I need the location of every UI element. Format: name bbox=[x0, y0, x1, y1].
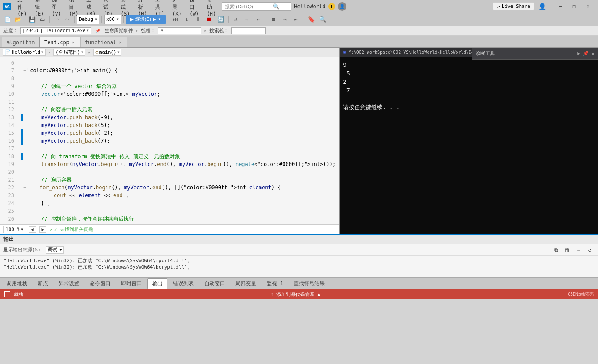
code-line-23[interactable]: cout << element << endl; bbox=[21, 192, 336, 199]
bottom-tab-调用堆栈[interactable]: 调用堆栈 bbox=[2, 278, 32, 289]
platform-dropdown[interactable]: x86 ▼ bbox=[104, 15, 121, 24]
format-btn[interactable]: ≡ bbox=[268, 15, 279, 24]
live-share-button[interactable]: ↗ Live Share bbox=[493, 2, 534, 10]
thread-dropdown[interactable]: ▼ bbox=[158, 27, 201, 34]
editor-header: 📄 HelloWorld ▼ ▸ (全局范围) ▼ ▸ ⊕ main() ▼ bbox=[0, 48, 339, 57]
output-wrap-btn[interactable]: ⏎ bbox=[574, 245, 583, 255]
code-line-14[interactable]: myVector.push_back(5); bbox=[21, 121, 336, 129]
tab-close-testcpp[interactable]: ✕ bbox=[71, 40, 75, 45]
output-copy-btn[interactable]: ⧉ bbox=[551, 245, 561, 255]
code-line-15[interactable]: myVector.push_back(-2); bbox=[21, 129, 336, 137]
code-line-22[interactable]: − for_each(myVector.begin(), myVector.en… bbox=[21, 184, 336, 192]
search-input[interactable] bbox=[225, 4, 273, 9]
status-right[interactable]: ↑ 添加到源代码管理 ▲ bbox=[271, 291, 320, 298]
code-line-11[interactable] bbox=[21, 98, 336, 106]
code-line-7[interactable]: −"color:#0000ff;">int main() { bbox=[21, 67, 336, 75]
bottom-tab-监视-1[interactable]: 监视 1 bbox=[262, 278, 288, 289]
save-btn[interactable]: 💾 bbox=[27, 15, 37, 24]
pause-btn[interactable]: ⏸ bbox=[193, 15, 203, 24]
find-btn[interactable]: 🔍 bbox=[317, 15, 328, 24]
close-button[interactable]: ✕ bbox=[582, 2, 595, 11]
bottom-tab-输出[interactable]: 输出 bbox=[147, 278, 167, 289]
profile-icon[interactable]: 👤 bbox=[537, 3, 548, 10]
bottom-tab-错误列表[interactable]: 错误列表 bbox=[168, 278, 199, 289]
console-output[interactable]: 9-52-7 请按任意键继续. . . bbox=[340, 57, 598, 234]
scroll-left-btn[interactable]: ◀ bbox=[29, 226, 36, 233]
platform-label: x86 bbox=[106, 16, 115, 22]
close-diag-icon[interactable]: ✕ bbox=[591, 51, 595, 57]
pin-icon[interactable]: 📌 bbox=[583, 51, 589, 56]
process-dropdown[interactable]: [20428] HelloWorld.exe ▼ bbox=[20, 27, 91, 34]
bottom-tab-查找符号结果[interactable]: 查找符号结果 bbox=[289, 278, 330, 289]
code-editor[interactable]: 6789101112131415161718192021222324252627… bbox=[0, 57, 339, 224]
code-line-9[interactable]: // 创建一个 vector 集合容器 bbox=[21, 82, 336, 90]
code-content[interactable]: −"color:#0000ff;">int main() { // 创建一个 v… bbox=[17, 57, 339, 224]
stop-btn[interactable]: ⏹ bbox=[204, 15, 215, 24]
tab-testcpp[interactable]: Test.cpp✕ bbox=[39, 37, 80, 47]
line-number-9: 9 bbox=[2, 82, 14, 90]
code-line-18[interactable]: // 向 transform 变换算法中 传入 预定义一元函数对象 bbox=[21, 153, 336, 160]
undo-btn[interactable]: ↩ bbox=[52, 15, 62, 24]
console-line: 2 bbox=[343, 78, 595, 86]
function-dropdown[interactable]: ⊕ main() ▼ bbox=[93, 49, 121, 56]
scroll-right-btn[interactable]: ▶ bbox=[39, 226, 47, 233]
file-dropdown[interactable]: 📄 HelloWorld ▼ bbox=[3, 49, 46, 56]
zoom-dropdown[interactable]: 100 % ▼ bbox=[3, 226, 25, 233]
outdent-btn[interactable]: ⇤ bbox=[291, 15, 301, 24]
bottom-tab-自动窗口[interactable]: 自动窗口 bbox=[199, 278, 230, 289]
code-line-26[interactable]: // 控制台暂停，按任意键继续向后执行 bbox=[21, 215, 336, 223]
bottom-tab-命令窗口[interactable]: 命令窗口 bbox=[85, 278, 115, 289]
debug-config-dropdown[interactable]: Debug ▼ bbox=[77, 15, 99, 24]
debug-step-over-btn[interactable]: ⏭ bbox=[170, 15, 181, 24]
code-line-25[interactable] bbox=[21, 207, 336, 215]
code-line-6[interactable] bbox=[21, 59, 336, 67]
code-line-10[interactable]: vector<"color:#0000ff;">int> myVector; bbox=[21, 90, 336, 98]
bottom-tab-即时窗口[interactable]: 即时窗口 bbox=[116, 278, 147, 289]
code-line-19[interactable]: transform(myVector.begin(), myVector.end… bbox=[21, 160, 336, 168]
bookmark-indicator bbox=[21, 153, 23, 160]
new-project-btn[interactable]: 📄 bbox=[3, 15, 12, 24]
diag-close-icon[interactable]: ▶ bbox=[577, 51, 580, 56]
code-line-20[interactable] bbox=[21, 168, 336, 176]
output-source-dropdown[interactable]: 调试 ▼ bbox=[46, 246, 64, 254]
minimize-button[interactable]: ─ bbox=[554, 2, 567, 11]
code-text-26: // 控制台暂停，按任意键继续向后执行 bbox=[29, 215, 134, 223]
redo-btn[interactable]: ↪ bbox=[62, 15, 72, 24]
bottom-tab-异常设置[interactable]: 异常设置 bbox=[54, 278, 84, 289]
bottom-tab-局部变量[interactable]: 局部变量 bbox=[231, 278, 261, 289]
code-line-21[interactable]: // 遍历容器 bbox=[21, 176, 336, 184]
no-bookmark bbox=[21, 160, 23, 168]
output-refresh-btn[interactable]: ↺ bbox=[585, 245, 595, 255]
status-ok: ✓ ✓ 未找到相关问题 bbox=[50, 226, 93, 233]
debug-toolbar-extra3[interactable]: ← bbox=[253, 15, 264, 24]
collapse-button-7[interactable]: − bbox=[23, 67, 26, 75]
output-content[interactable]: "HelloWorld.exe" (Win32): 已加载 "C:\Window… bbox=[0, 256, 598, 277]
debug-step-into-btn[interactable]: ↓ bbox=[182, 15, 192, 24]
code-line-24[interactable]: }); bbox=[21, 199, 336, 207]
tab-close-functional[interactable]: ✕ bbox=[118, 40, 122, 45]
maximize-button[interactable]: □ bbox=[568, 2, 581, 11]
indent-btn[interactable]: ⇥ bbox=[280, 15, 290, 24]
stack-search[interactable] bbox=[231, 27, 266, 34]
debug-toolbar-extra2[interactable]: → bbox=[242, 15, 252, 24]
code-line-8[interactable] bbox=[21, 75, 336, 82]
debug-toolbar-extra[interactable]: ⇄ bbox=[231, 15, 241, 24]
code-line-16[interactable]: myVector.push_back(7); bbox=[21, 137, 336, 145]
bookmark-btn[interactable]: 🔖 bbox=[306, 15, 317, 24]
bottom-tab-断点[interactable]: 断点 bbox=[33, 278, 53, 289]
code-line-13[interactable]: myVector.push_back(-9); bbox=[21, 114, 336, 121]
code-text-12: // 向容器中插入元素 bbox=[29, 106, 92, 114]
tab-functional[interactable]: functional✕ bbox=[80, 37, 127, 47]
scope-dropdown[interactable]: (全局范围) ▼ bbox=[53, 49, 85, 56]
save-all-btn[interactable]: 🗂 bbox=[38, 15, 47, 24]
open-btn[interactable]: 📂 bbox=[13, 15, 23, 24]
restart-btn[interactable]: 🔄 bbox=[216, 15, 226, 24]
search-box[interactable]: 🔍 bbox=[222, 2, 291, 11]
output-clear-btn[interactable]: 🗑 bbox=[562, 245, 572, 255]
continue-button[interactable]: ▶ 继续(C) ▶ ▼ bbox=[126, 15, 166, 24]
tab-algorithm[interactable]: algorithm bbox=[2, 37, 39, 47]
code-line-12[interactable]: // 向容器中插入元素 bbox=[21, 106, 336, 114]
user-icon[interactable]: 👤 bbox=[338, 2, 346, 11]
collapse-button-22[interactable]: − bbox=[23, 184, 26, 192]
code-line-17[interactable] bbox=[21, 145, 336, 153]
